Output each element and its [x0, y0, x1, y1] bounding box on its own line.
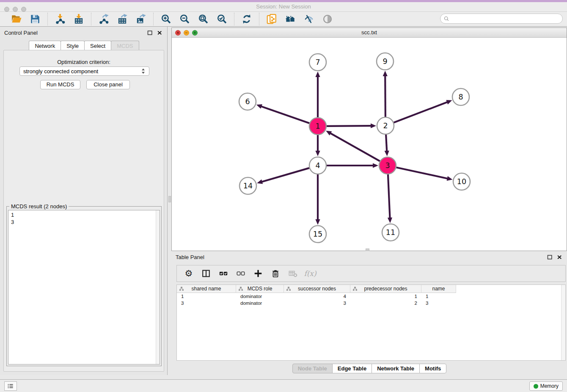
column-header-MCDS-role[interactable]: MCDS role — [236, 285, 284, 293]
column-type-icon — [352, 286, 358, 291]
tab-style[interactable]: Style — [61, 41, 85, 51]
edge-4-14[interactable] — [261, 168, 309, 182]
tab-select[interactable]: Select — [84, 41, 111, 51]
node-label-1: 1 — [315, 122, 320, 130]
tab-network-table[interactable]: Network Table — [372, 364, 420, 373]
delete-column-icon — [288, 268, 298, 279]
add-column-icon[interactable] — [253, 268, 263, 279]
export-image-icon[interactable] — [135, 13, 147, 25]
table-cell[interactable]: dominator — [236, 293, 284, 300]
result-scrollbar[interactable] — [156, 210, 160, 364]
refresh-icon[interactable] — [240, 13, 253, 25]
table-cell[interactable]: 3 — [284, 300, 350, 306]
tab-node-table[interactable]: Node Table — [292, 364, 333, 373]
home-icon[interactable] — [284, 13, 297, 25]
edge-arrowhead — [257, 179, 263, 184]
edge-1-2[interactable] — [327, 126, 372, 126]
table-cell[interactable]: 1 — [177, 293, 236, 300]
search-input[interactable] — [450, 14, 562, 23]
edge-2-9[interactable] — [385, 75, 385, 117]
optimization-criterion-select[interactable]: strongly connected component — [19, 66, 149, 76]
table-cell[interactable]: 1 — [350, 293, 421, 300]
splitter-handle-left[interactable] — [168, 196, 171, 202]
tab-edge-table[interactable]: Edge Table — [332, 364, 372, 373]
node-table[interactable]: shared nameMCDS rolesuccessor nodesprede… — [176, 284, 566, 361]
select-all-rows-icon[interactable] — [218, 268, 228, 279]
network-window-titlebar[interactable]: × − + scc.txt — [172, 28, 567, 38]
optimization-criterion-label: Optimization criterion: — [4, 59, 164, 65]
close-window-icon[interactable] — [4, 7, 9, 12]
column-header-name[interactable]: name — [421, 285, 456, 293]
network-close-icon[interactable]: × — [175, 30, 181, 36]
table-scrollbar[interactable] — [561, 285, 565, 360]
import-table-icon[interactable] — [72, 13, 85, 25]
show-columns-icon[interactable] — [201, 268, 211, 279]
table-row[interactable]: 3dominator323 — [177, 300, 565, 306]
column-header-shared-name[interactable]: shared name — [177, 285, 236, 293]
edge-arrowhead — [371, 124, 376, 128]
mcds-result-list[interactable]: 13 — [8, 210, 160, 364]
table-cell[interactable]: 3 — [421, 300, 456, 306]
zoom-out-icon[interactable] — [178, 13, 191, 25]
column-header-successor-nodes[interactable]: successor nodes — [284, 285, 350, 293]
node-label-10: 10 — [457, 177, 466, 186]
network-maximize-icon[interactable]: + — [192, 30, 198, 36]
network-minimize-icon[interactable]: − — [184, 30, 189, 36]
table-panel-title: Table Panel — [176, 254, 204, 260]
import-network-icon[interactable] — [54, 13, 66, 25]
export-table-icon[interactable] — [116, 13, 129, 25]
deselect-all-rows-icon[interactable] — [236, 268, 246, 279]
edge-3-10[interactable] — [396, 167, 448, 179]
close-panel-icon[interactable] — [157, 30, 163, 36]
node-label-8: 8 — [458, 93, 463, 101]
show-graphics-icon[interactable] — [321, 13, 334, 25]
edge-3-11[interactable] — [388, 174, 390, 218]
column-header-predecessor-nodes[interactable]: predecessor nodes — [350, 285, 421, 293]
status-bar: Memory — [0, 379, 567, 392]
float-table-panel-icon[interactable] — [547, 254, 553, 260]
edge-2-3[interactable] — [386, 135, 387, 152]
clone-network-icon[interactable] — [265, 13, 278, 25]
delete-row-icon[interactable] — [270, 268, 281, 279]
zoom-selected-icon[interactable] — [215, 13, 228, 25]
table-cell[interactable]: 4 — [284, 293, 350, 300]
edge-1-6[interactable] — [261, 106, 309, 123]
table-cell[interactable]: dominator — [236, 300, 284, 306]
zoom-fit-icon[interactable] — [197, 13, 209, 25]
edge-arrowhead — [385, 151, 389, 156]
run-mcds-button[interactable]: Run MCDS — [40, 80, 80, 89]
table-cell[interactable]: 3 — [177, 300, 236, 306]
network-view-window: × − + scc.txt 7968124314101511 — [171, 28, 567, 251]
table-options-icon[interactable]: ⚙ — [184, 268, 194, 279]
control-panel-tabs: NetworkStyleSelectMCDS — [0, 41, 168, 51]
open-session-icon[interactable] — [10, 13, 23, 25]
memory-button[interactable]: Memory — [529, 381, 563, 391]
tab-network[interactable]: Network — [29, 41, 61, 51]
table-cell[interactable]: 2 — [350, 300, 421, 306]
column-type-icon — [286, 286, 291, 291]
node-label-6: 6 — [245, 97, 250, 106]
table-tabs: Node TableEdge TableNetwork TableMotifs — [171, 364, 567, 373]
task-history-button[interactable] — [4, 381, 17, 391]
maximize-window-icon[interactable] — [21, 7, 26, 12]
network-canvas[interactable]: 7968124314101511 — [172, 38, 567, 251]
export-network-icon[interactable] — [97, 13, 110, 25]
table-row[interactable]: 1dominator411 — [177, 293, 565, 300]
column-type-icon — [179, 286, 184, 291]
minimize-window-icon[interactable] — [13, 7, 18, 12]
save-session-icon[interactable] — [29, 13, 41, 25]
edge-2-8[interactable] — [394, 102, 448, 123]
edge-arrowhead — [446, 100, 452, 104]
tab-mcds[interactable]: MCDS — [111, 41, 139, 51]
mcds-panel: Optimization criterion: strongly connect… — [3, 50, 164, 372]
float-panel-icon[interactable] — [147, 30, 153, 36]
table-cell[interactable]: 1 — [421, 293, 456, 300]
zoom-in-icon[interactable] — [160, 13, 172, 25]
tab-motifs[interactable]: Motifs — [419, 364, 446, 373]
hide-graphics-icon[interactable] — [303, 13, 315, 25]
close-table-panel-icon[interactable] — [556, 254, 563, 260]
search-box[interactable] — [440, 14, 563, 24]
window-title: Session: New Session — [0, 2, 567, 11]
edge-3-1[interactable] — [330, 133, 380, 161]
close-panel-button[interactable]: Close panel — [86, 80, 130, 89]
